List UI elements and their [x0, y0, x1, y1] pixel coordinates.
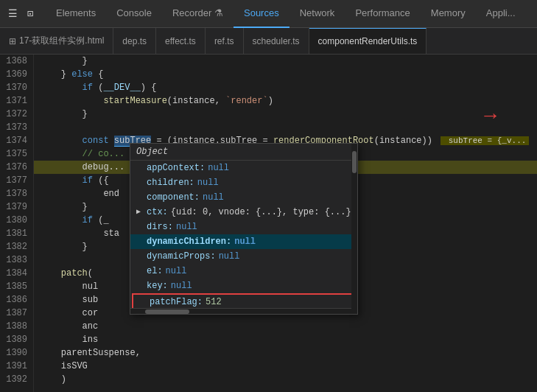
line-numbers: 1368 1369 1370 1371 1372 1373 1374 1375 …	[0, 55, 34, 392]
tab-console[interactable]: Console	[106, 0, 162, 28]
tooltip-row-patchflag[interactable]: patchFlag: 512	[133, 295, 354, 308]
code-line-1390: parentSuspense,	[34, 346, 537, 360]
file-tab-dep[interactable]: dep.ts	[113, 28, 156, 55]
devtools-toolbar: ☰ ⊡ Elements Console Recorder ⚗ Sources …	[0, 0, 537, 28]
tooltip-scroll-thumb[interactable]	[352, 151, 357, 173]
expand-arrow	[136, 161, 144, 175]
code-line-1372: }	[34, 108, 537, 121]
devtools-dock-icon[interactable]: ⊡	[24, 7, 37, 21]
tab-application[interactable]: Appli...	[476, 0, 526, 28]
tooltip-row-ctx[interactable]: ▶ ctx: {uid: 0, vnode: {...}, type: {...…	[130, 205, 357, 220]
file-tab-ref[interactable]: ref.ts	[206, 28, 244, 55]
code-line-1373	[34, 121, 537, 134]
tooltip-body[interactable]: appContext: null children: null componen…	[130, 161, 357, 308]
tooltip-popup: Object appContext: null children: null c…	[130, 143, 358, 315]
file-tab-html[interactable]: ⊞ 17-获取组件实例.html	[0, 28, 113, 55]
tooltip-row-dynamicprops[interactable]: dynamicProps: null	[130, 249, 357, 264]
code-line-1371: startMeasure(instance, `render`)	[34, 94, 537, 108]
tooltip-row-dirs[interactable]: dirs: null	[130, 220, 357, 234]
file-tab-scheduler[interactable]: scheduler.ts	[244, 28, 309, 55]
file-tabs-row: ⊞ 17-获取组件实例.html dep.ts effect.ts ref.ts…	[0, 28, 537, 55]
tooltip-row-el[interactable]: el: null	[130, 264, 357, 279]
tab-network[interactable]: Network	[289, 0, 345, 28]
tab-elements[interactable]: Elements	[46, 0, 106, 28]
tab-memory[interactable]: Memory	[421, 0, 476, 28]
code-content[interactable]: } } else { if (__DEV__) { startMeasure(i…	[34, 55, 537, 392]
file-tab-effect[interactable]: effect.ts	[156, 28, 206, 55]
tooltip-row-dynamicchildren[interactable]: dynamicChildren: null	[130, 234, 357, 249]
code-line-1388: anc	[34, 320, 537, 333]
tab-sources[interactable]: Sources	[234, 0, 289, 28]
tab-recorder[interactable]: Recorder ⚗	[162, 0, 234, 28]
tooltip-row-key[interactable]: key: null	[130, 279, 357, 293]
file-tab-component-render-utils[interactable]: componentRenderUtils.ts	[309, 28, 427, 55]
tab-performance[interactable]: Performance	[345, 0, 420, 28]
file-icon: ⊞	[9, 36, 16, 46]
tooltip-row-children[interactable]: children: null	[130, 175, 357, 190]
tooltip-header: Object	[130, 144, 357, 161]
editor-area: 1368 1369 1370 1371 1372 1373 1374 1375 …	[0, 55, 537, 392]
devtools-menu-icon[interactable]: ☰	[6, 7, 19, 21]
code-line-1370: if (__DEV__) {	[34, 81, 537, 94]
code-line-1389: ins	[34, 333, 537, 346]
code-line-1392: )	[34, 373, 537, 386]
code-line-1391: isSVG	[34, 360, 537, 373]
toolbar-icons: ☰ ⊡	[6, 7, 37, 21]
tooltip-hscroll-thumb[interactable]	[145, 309, 189, 314]
code-line-1368: }	[34, 55, 537, 68]
tooltip-hscrollbar[interactable]	[130, 308, 357, 314]
tooltip-row-appcontext[interactable]: appContext: null	[130, 161, 357, 175]
red-box-group: patchFlag: 512 ▶ props: {ref: 'testRef1'…	[132, 293, 356, 308]
tooltip-scrollbar[interactable]	[351, 144, 357, 314]
code-line-1369: } else {	[34, 68, 537, 81]
tooltip-row-component[interactable]: component: null	[130, 190, 357, 205]
